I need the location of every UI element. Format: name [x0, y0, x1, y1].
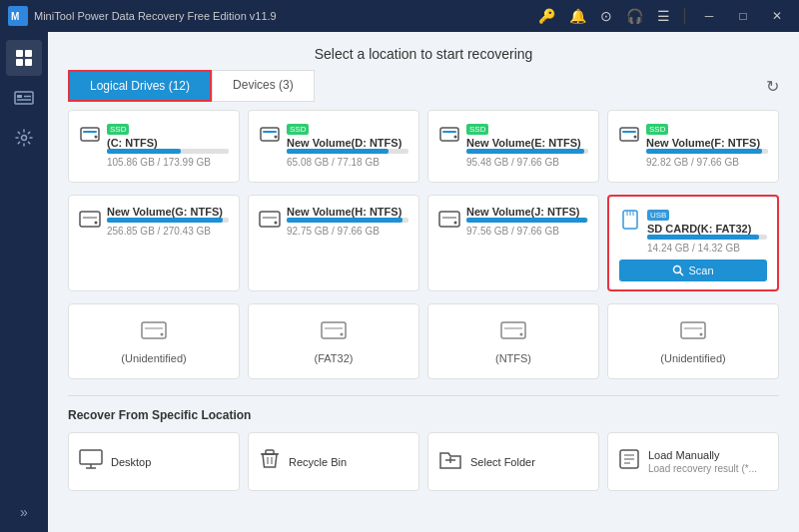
drive-icon-k [619, 209, 641, 236]
titlebar: M MiniTool Power Data Recovery Free Edit… [0, 0, 799, 32]
scan-button[interactable]: Scan [619, 260, 767, 281]
sidebar-item-home[interactable] [6, 40, 42, 76]
app-logo: M [8, 6, 28, 26]
svg-rect-50 [80, 450, 102, 464]
drive-name-f: New Volume(F: NTFS) [646, 137, 768, 149]
sidebar: » [0, 32, 48, 532]
sidebar-item-settings[interactable] [6, 120, 42, 156]
svg-rect-41 [322, 322, 346, 338]
svg-point-13 [95, 136, 98, 139]
drive-progress-h [287, 218, 408, 223]
svg-point-36 [674, 266, 681, 273]
headphone-icon[interactable]: 🎧 [622, 6, 647, 26]
svg-rect-38 [142, 322, 166, 338]
info-icon[interactable]: ⊙ [596, 6, 616, 26]
sidebar-expand[interactable]: » [20, 504, 28, 520]
spec-card-folder[interactable]: Select Folder [427, 432, 599, 491]
tab-logical-drives[interactable]: Logical Drives (12) [68, 70, 212, 102]
tab-group: Logical Drives (12) Devices (3) [68, 70, 315, 102]
main-scroll[interactable]: SSD (C: NTFS) 105.86 GB / 173.99 GB [48, 110, 799, 532]
drive-card-j[interactable]: New Volume(J: NTFS) 97.56 GB / 97.66 GB [427, 195, 599, 291]
drive-size-d: 65.08 GB / 77.18 GB [287, 157, 408, 168]
load-icon [618, 448, 640, 475]
svg-rect-7 [17, 95, 22, 98]
drive-icon-d [259, 123, 281, 150]
page-title: Select a location to start recovering [315, 46, 533, 62]
tab-devices[interactable]: Devices (3) [212, 70, 315, 102]
minimize-button[interactable]: ─ [695, 6, 723, 26]
load-sublabel: Load recovery result (*... [648, 463, 757, 474]
svg-rect-4 [16, 59, 23, 66]
tabs-area: Logical Drives (12) Devices (3) ↻ [48, 70, 799, 110]
spec-card-load[interactable]: Load Manually Load recovery result (*... [607, 432, 779, 491]
drive-card-c[interactable]: SSD (C: NTFS) 105.86 GB / 173.99 GB [68, 110, 240, 183]
drive-progress-f [646, 149, 768, 154]
drive-card-e[interactable]: SSD New Volume(E: NTFS) 95.48 GB / 97.66… [427, 110, 599, 183]
unid-label-1: (Unidentified) [79, 352, 229, 364]
bell-icon[interactable]: 🔔 [565, 6, 590, 26]
svg-rect-54 [266, 450, 274, 454]
drive-card-k[interactable]: USB SD CARD(K: FAT32) 14.24 GB / 14.32 G… [607, 195, 779, 291]
specific-location-grid: Desktop [68, 432, 779, 491]
drive-name-d: New Volume(D: NTFS) [287, 137, 408, 149]
main-content: Select a location to start recovering Lo… [48, 32, 799, 532]
restore-button[interactable]: □ [729, 6, 757, 26]
unid-icon-2 [618, 318, 768, 348]
unid-card-fat32[interactable]: (FAT32) [248, 303, 419, 379]
menu-icon[interactable]: ☰ [653, 6, 674, 26]
drive-card-g[interactable]: New Volume(G: NTFS) 256.85 GB / 270.43 G… [68, 195, 240, 291]
drive-badge-c: SSD [107, 124, 129, 135]
unid-card-1[interactable]: (Unidentified) [68, 303, 240, 379]
svg-point-43 [341, 333, 344, 336]
key-icon[interactable]: 🔑 [534, 6, 559, 26]
drive-icon-e [438, 123, 460, 150]
drive-icon-h [259, 208, 281, 235]
svg-rect-3 [25, 50, 32, 57]
svg-rect-11 [81, 128, 99, 141]
desktop-label: Desktop [111, 456, 151, 468]
svg-line-37 [680, 272, 684, 276]
load-label: Load Manually [648, 449, 757, 461]
titlebar-controls: 🔑 🔔 ⊙ 🎧 ☰ ─ □ ✕ [534, 6, 791, 26]
drive-size-e: 95.48 GB / 97.66 GB [466, 157, 588, 168]
drive-size-g: 256.85 GB / 270.43 GB [107, 226, 229, 237]
drive-name-j: New Volume(J: NTFS) [466, 206, 588, 218]
specific-location-title: Recover From Specific Location [68, 408, 779, 422]
svg-rect-47 [681, 322, 705, 338]
svg-rect-5 [25, 59, 32, 66]
drive-card-h[interactable]: New Volume(H: NTFS) 92.75 GB / 97.66 GB [248, 195, 419, 291]
svg-text:M: M [11, 11, 19, 22]
svg-point-22 [634, 136, 637, 139]
drive-progress-g [107, 218, 229, 223]
spec-card-recycle[interactable]: Recycle Bin [248, 432, 419, 491]
svg-rect-14 [261, 128, 279, 141]
svg-rect-18 [442, 131, 456, 133]
unid-card-ntfs[interactable]: (NTFS) [427, 303, 599, 379]
unid-icon-1 [79, 318, 229, 348]
app-body: » Select a location to start recovering … [0, 32, 799, 532]
svg-rect-44 [501, 322, 525, 338]
drive-badge-d: SSD [287, 124, 309, 135]
refresh-button[interactable]: ↻ [766, 77, 779, 96]
svg-point-40 [161, 333, 164, 336]
drive-icon-g [79, 208, 101, 235]
drive-badge-e: SSD [466, 124, 488, 135]
page-header: Select a location to start recovering [48, 32, 799, 70]
drive-progress-j [466, 218, 588, 223]
drive-size-j: 97.56 GB / 97.66 GB [466, 226, 588, 237]
drive-card-d[interactable]: SSD New Volume(D: NTFS) 65.08 GB / 77.18… [248, 110, 419, 183]
svg-point-46 [520, 333, 523, 336]
svg-rect-15 [263, 131, 277, 133]
drive-badge-k: USB [647, 210, 669, 221]
drive-icon-f [618, 123, 640, 150]
drive-name-k: SD CARD(K: FAT32) [647, 223, 767, 235]
unid-card-2[interactable]: (Unidentified) [607, 303, 779, 379]
sidebar-item-recover[interactable] [6, 80, 42, 116]
close-button[interactable]: ✕ [763, 6, 791, 26]
unid-label-2: (Unidentified) [618, 352, 768, 364]
svg-point-16 [275, 136, 278, 139]
drive-card-f[interactable]: SSD New Volume(F: NTFS) 92.82 GB / 97.66… [607, 110, 779, 183]
unidentified-grid: (Unidentified) (FAT32) [68, 303, 779, 379]
spec-card-desktop[interactable]: Desktop [68, 432, 240, 491]
desktop-icon [79, 448, 103, 475]
